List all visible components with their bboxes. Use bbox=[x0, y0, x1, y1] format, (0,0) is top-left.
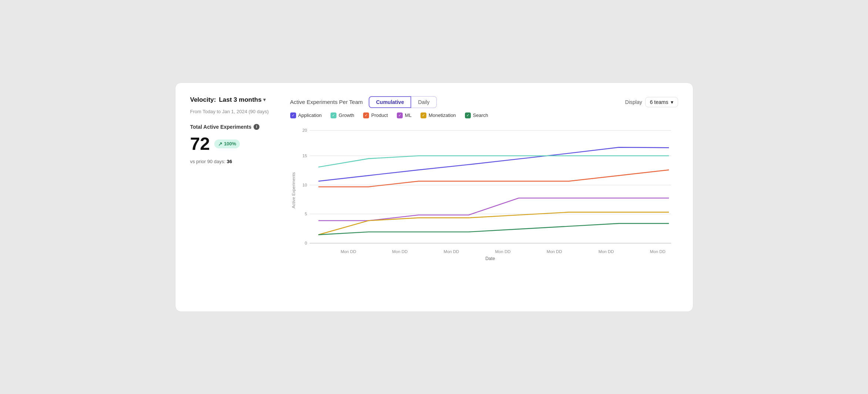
display-label: Display bbox=[625, 99, 642, 105]
pct-badge: ↗ 100% bbox=[214, 139, 240, 148]
legend-checkbox-monetization: ✓ bbox=[420, 112, 426, 118]
total-number: 72 bbox=[190, 135, 210, 153]
svg-text:0: 0 bbox=[305, 241, 307, 245]
period-label: Last 3 months bbox=[219, 96, 261, 104]
svg-text:Mon DD: Mon DD bbox=[392, 249, 408, 254]
velocity-label: Velocity: bbox=[190, 96, 216, 104]
legend-checkbox-growth: ✓ bbox=[331, 112, 336, 118]
legend-item-ml[interactable]: ✓ ML bbox=[397, 112, 412, 118]
svg-text:20: 20 bbox=[302, 128, 307, 132]
tab-daily[interactable]: Daily bbox=[411, 96, 436, 108]
legend-checkbox-ml: ✓ bbox=[397, 112, 403, 118]
svg-text:Mon DD: Mon DD bbox=[650, 249, 665, 254]
legend-label-product: Product bbox=[371, 112, 388, 118]
date-range: From Today to Jan 1, 2024 (90 days) bbox=[190, 109, 275, 114]
main-card: Velocity: Last 3 months ▾ From Today to … bbox=[175, 82, 693, 312]
big-number-row: 72 ↗ 100% bbox=[190, 135, 275, 153]
svg-text:Mon DD: Mon DD bbox=[341, 249, 356, 254]
line-chart: 0 5 10 15 20 Active Experiments Mon DD M… bbox=[290, 124, 678, 264]
svg-text:5: 5 bbox=[305, 212, 307, 216]
total-label-row: Total Active Experiments i bbox=[190, 124, 275, 130]
trend-icon: ↗ bbox=[218, 141, 222, 147]
legend-checkbox-search: ✓ bbox=[465, 112, 471, 118]
dropdown-chevron-icon: ▾ bbox=[671, 99, 673, 105]
vs-prior-text: vs prior 90 days: 36 bbox=[190, 159, 275, 164]
legend-label-ml: ML bbox=[405, 112, 412, 118]
legend-item-search[interactable]: ✓ Search bbox=[465, 112, 488, 118]
legend-label-monetization: Monetization bbox=[429, 112, 456, 118]
display-dropdown[interactable]: 6 teams ▾ bbox=[645, 97, 678, 107]
svg-text:Mon DD: Mon DD bbox=[443, 249, 459, 254]
svg-text:10: 10 bbox=[302, 182, 307, 187]
left-panel: Velocity: Last 3 months ▾ From Today to … bbox=[190, 96, 275, 300]
svg-text:Active Experiments: Active Experiments bbox=[291, 172, 296, 208]
total-experiments-label: Total Active Experiments bbox=[190, 124, 252, 130]
period-selector[interactable]: Last 3 months ▾ bbox=[219, 96, 265, 104]
legend-checkbox-product: ✓ bbox=[363, 112, 369, 118]
info-icon[interactable]: i bbox=[254, 124, 259, 130]
legend-row: ✓ Application ✓ Growth ✓ Product ✓ ML ✓ … bbox=[290, 112, 678, 118]
chart-title-section: Active Experiments Per Team Cumulative D… bbox=[290, 96, 437, 108]
legend-item-product[interactable]: ✓ Product bbox=[363, 112, 388, 118]
display-control: Display 6 teams ▾ bbox=[625, 97, 678, 107]
chart-area: 0 5 10 15 20 Active Experiments Mon DD M… bbox=[290, 124, 678, 300]
svg-text:Mon DD: Mon DD bbox=[546, 249, 562, 254]
legend-label-application: Application bbox=[298, 112, 322, 118]
legend-label-growth: Growth bbox=[339, 112, 354, 118]
chevron-down-icon: ▾ bbox=[263, 97, 266, 102]
chart-header: Active Experiments Per Team Cumulative D… bbox=[290, 96, 678, 108]
legend-item-application[interactable]: ✓ Application bbox=[290, 112, 322, 118]
svg-text:15: 15 bbox=[302, 153, 307, 158]
tab-cumulative[interactable]: Cumulative bbox=[369, 96, 411, 108]
legend-label-search: Search bbox=[473, 112, 488, 118]
right-panel: Active Experiments Per Team Cumulative D… bbox=[290, 96, 678, 300]
velocity-row: Velocity: Last 3 months ▾ bbox=[190, 96, 275, 104]
prior-value: 36 bbox=[227, 159, 232, 164]
svg-text:Date: Date bbox=[485, 256, 495, 261]
display-value: 6 teams bbox=[650, 99, 668, 105]
tab-group: Cumulative Daily bbox=[369, 96, 437, 108]
chart-title: Active Experiments Per Team bbox=[290, 99, 363, 105]
legend-checkbox-application: ✓ bbox=[290, 112, 296, 118]
legend-item-growth[interactable]: ✓ Growth bbox=[331, 112, 354, 118]
pct-value: 100% bbox=[224, 141, 236, 147]
svg-text:Mon DD: Mon DD bbox=[598, 249, 614, 254]
legend-item-monetization[interactable]: ✓ Monetization bbox=[420, 112, 456, 118]
svg-text:Mon DD: Mon DD bbox=[495, 249, 510, 254]
